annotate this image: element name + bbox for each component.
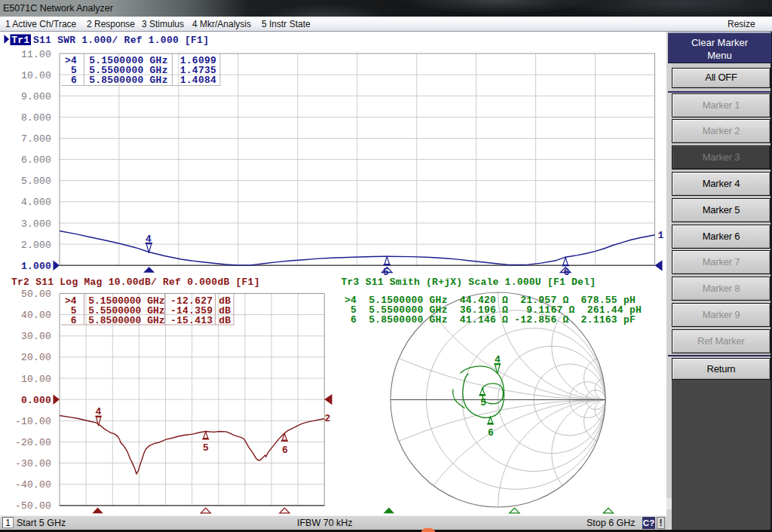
svg-text:-20.00: -20.00 xyxy=(15,437,51,448)
svg-text:8.000: 8.000 xyxy=(21,112,51,124)
svg-text:5: 5 xyxy=(203,442,209,454)
svg-text:Tr2 S11 Log Mag 10.00dB/ Ref 0: Tr2 S11 Log Mag 10.00dB/ Ref 0.000dB [F1… xyxy=(11,277,260,288)
svg-text:10.00: 10.00 xyxy=(21,374,51,385)
svg-text:10.00: 10.00 xyxy=(21,70,51,81)
svg-text:7.000: 7.000 xyxy=(21,133,51,145)
svg-text:6 5.8500000 GHz 1.4084: 6 5.8500000 GHz 1.4084 xyxy=(65,75,216,86)
svg-text:6: 6 xyxy=(488,427,494,439)
svg-text:Tr3 S11 Smith (R+jX) Scale 1.0: Tr3 S11 Smith (R+jX) Scale 1.000U [F1 De… xyxy=(342,277,596,288)
svg-text:50.00: 50.00 xyxy=(21,289,51,300)
svg-text:6 5.8500000 GHz: 6 5.8500000 GHz xyxy=(65,315,165,326)
svg-text:6: 6 xyxy=(282,445,288,456)
svg-text:20.00: 20.00 xyxy=(21,352,51,363)
svg-text:Tr1: Tr1 xyxy=(11,35,29,46)
svg-text:40.00: 40.00 xyxy=(21,310,51,321)
svg-text:4.000: 4.000 xyxy=(21,197,51,208)
svg-text:6.000: 6.000 xyxy=(21,154,51,166)
svg-text:5: 5 xyxy=(480,397,486,408)
svg-text:-15.413 dB: -15.413 dB xyxy=(170,315,231,326)
svg-text:1.000: 1.000 xyxy=(21,261,51,272)
svg-text:1: 1 xyxy=(658,230,664,241)
svg-text:30.00: 30.00 xyxy=(21,331,51,342)
svg-text:6 5.8500000 GHz 41.146 Ω -12: 6 5.8500000 GHz 41.146 Ω -12.856 Ω 2.116… xyxy=(345,314,636,326)
svg-text:3.000: 3.000 xyxy=(21,219,51,230)
svg-text:2: 2 xyxy=(325,413,331,424)
svg-text:0.000: 0.000 xyxy=(21,395,51,406)
svg-text:-30.00: -30.00 xyxy=(15,458,51,469)
svg-text:5.000: 5.000 xyxy=(21,176,51,187)
svg-text:-40.00: -40.00 xyxy=(15,479,51,491)
svg-text:S11 SWR 1.000/ Ref 1.000 [F1]: S11 SWR 1.000/ Ref 1.000 [F1] xyxy=(33,35,209,46)
svg-text:11.00: 11.00 xyxy=(21,49,51,60)
svg-text:9.000: 9.000 xyxy=(21,91,51,102)
svg-text:2.000: 2.000 xyxy=(21,240,51,251)
svg-text:-10.00: -10.00 xyxy=(15,416,51,427)
svg-text:-50.00: -50.00 xyxy=(15,500,51,512)
